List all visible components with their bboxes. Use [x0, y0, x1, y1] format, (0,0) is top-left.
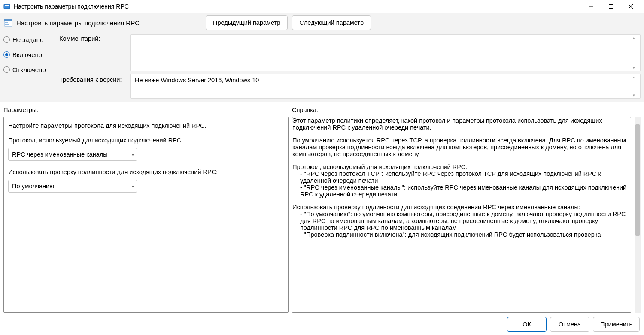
help-panel: Этот параметр политики определяет, какой…	[292, 117, 631, 313]
supported-label: Требования к версии:	[59, 74, 130, 83]
svg-rect-7	[4, 19, 12, 21]
svg-rect-9	[5, 24, 9, 25]
radio-enabled[interactable]: Включено	[3, 51, 59, 58]
auth-value: По умолчанию	[12, 183, 54, 190]
scroll-up-icon[interactable]: ▴	[633, 75, 639, 79]
help-paragraph: Использовать проверку подлинности для ис…	[292, 204, 631, 211]
svg-rect-8	[5, 22, 8, 23]
help-list-item: - "RPC через именованные каналы": исполь…	[292, 184, 631, 198]
page-title: Настроить параметры подключения RPC	[16, 19, 140, 27]
maximize-button[interactable]	[601, 0, 621, 13]
help-label: Справка:	[292, 106, 641, 113]
options-panel: Настройте параметры протокола для исходя…	[3, 117, 289, 313]
svg-rect-1	[5, 5, 9, 6]
svg-rect-3	[609, 5, 613, 9]
radio-label: Не задано	[12, 36, 43, 43]
help-paragraph: Этот параметр политики определяет, какой…	[292, 117, 631, 131]
scroll-down-icon[interactable]: ▾	[633, 66, 639, 70]
window-title: Настроить параметры подключения RPC	[14, 3, 581, 10]
comment-label: Комментарий:	[59, 34, 130, 74]
help-list-item: - "По умолчанию": по умолчанию компьютер…	[292, 211, 631, 231]
comment-textbox[interactable]: ▴▾	[130, 34, 641, 71]
radio-not-configured[interactable]: Не задано	[3, 36, 59, 43]
options-heading: Настройте параметры протокола для исходя…	[8, 122, 284, 129]
help-scrollbar[interactable]	[635, 117, 641, 313]
next-setting-button[interactable]: Следующий параметр	[292, 15, 371, 30]
policy-icon	[3, 18, 13, 27]
radio-icon	[3, 36, 10, 43]
scrollbar-thumb[interactable]	[635, 124, 640, 236]
help-list-item: - "RPC через протокол TCP": используйте …	[292, 170, 631, 184]
cancel-button[interactable]: Отмена	[550, 317, 589, 332]
apply-button[interactable]: Применить	[593, 317, 640, 332]
radio-label: Включено	[12, 51, 42, 58]
svg-line-5	[629, 4, 633, 9]
help-list-item: - "Проверка подлинности включена": для и…	[292, 231, 631, 238]
supported-textbox: Не ниже Windows Server 2016, Windows 10 …	[130, 74, 641, 99]
radio-disabled[interactable]: Отключено	[3, 66, 59, 73]
ok-button[interactable]: ОК	[507, 317, 547, 332]
svg-line-4	[629, 4, 633, 9]
header-row: Настроить параметры подключения RPC Пред…	[0, 13, 644, 34]
chevron-down-icon: ▾	[132, 152, 134, 157]
scroll-down-icon[interactable]: ▾	[633, 93, 639, 97]
chevron-down-icon: ▾	[132, 184, 134, 189]
previous-setting-button[interactable]: Предыдущий параметр	[206, 15, 288, 30]
radio-label: Отключено	[12, 66, 46, 73]
radio-icon	[3, 66, 10, 73]
app-icon	[3, 3, 10, 10]
supported-value: Не ниже Windows Server 2016, Windows 10	[135, 77, 259, 84]
scroll-up-icon[interactable]: ▴	[633, 36, 639, 40]
dialog-footer: ОК Отмена Применить	[0, 313, 644, 335]
protocol-value: RPC через именованные каналы	[12, 151, 108, 158]
radio-icon	[3, 51, 10, 58]
minimize-button[interactable]	[581, 0, 601, 13]
help-paragraph: По умолчанию используется RPC через TCP,…	[292, 137, 631, 157]
options-label: Параметры:	[3, 106, 292, 113]
auth-combobox[interactable]: По умолчанию ▾	[8, 180, 137, 193]
protocol-combobox[interactable]: RPC через именованные каналы ▾	[8, 148, 137, 161]
protocol-label: Протокол, используемый для исходящих под…	[8, 137, 284, 144]
title-bar: Настроить параметры подключения RPC	[0, 0, 644, 13]
help-paragraph: Протокол, используемый для исходящих под…	[292, 163, 631, 170]
svg-rect-0	[4, 4, 10, 9]
close-button[interactable]	[621, 0, 641, 13]
auth-label: Использовать проверку подлинности для ис…	[8, 169, 284, 175]
